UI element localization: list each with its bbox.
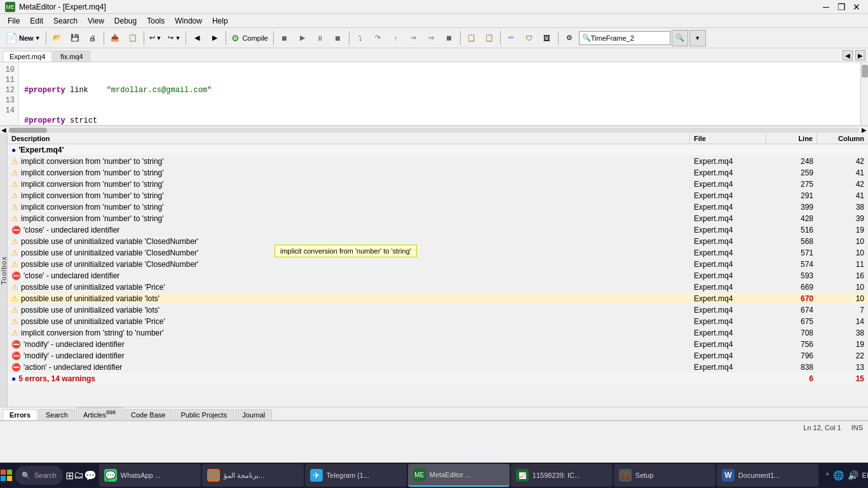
search-input[interactable] — [591, 34, 667, 42]
menu-window[interactable]: Window — [170, 15, 207, 27]
tab-codebase[interactable]: Code Base — [124, 409, 172, 420]
redo-button[interactable]: ↪ ▼ — [165, 30, 183, 46]
clipboard-button[interactable]: 📋 — [481, 30, 498, 46]
taskbar-app-setup[interactable]: 💼 Setup — [614, 464, 715, 487]
pause-button[interactable]: ⏸ — [312, 30, 329, 46]
search-execute-button[interactable]: 🔍 — [672, 30, 688, 46]
start-button[interactable]: ⏹ — [276, 30, 293, 46]
editor-vscrollbar[interactable] — [860, 62, 868, 125]
table-row[interactable]: ⚠implicit conversion from 'number' to 's… — [8, 179, 868, 190]
table-row[interactable]: ⛔'close' - undeclared identifier Expert.… — [8, 224, 868, 236]
minimize-button[interactable]: ─ — [820, 1, 832, 13]
table-row[interactable]: ⚠implicit conversion from 'number' to 's… — [8, 201, 868, 213]
tab-fix[interactable]: fix.mq4 — [53, 51, 90, 62]
new-button[interactable]: 📄 New ▼ — [3, 30, 43, 46]
taskbar-app-browser[interactable]: 🌐 برنامجة المؤ... — [202, 464, 304, 487]
table-row[interactable]: ⚠possible use of uninitialized variable … — [8, 236, 868, 247]
table-row[interactable]: ⚠possible use of uninitialized variable … — [8, 247, 868, 259]
table-row[interactable]: ⚠possible use of uninitialized variable … — [8, 259, 868, 270]
taskbar-app-metaeditor[interactable]: ME MetaEditor ... — [408, 464, 510, 487]
restore-button[interactable]: ❐ — [835, 1, 848, 13]
run-button[interactable]: ▶ — [294, 30, 311, 46]
redo-dropdown-icon[interactable]: ▼ — [175, 35, 180, 41]
publish2-button[interactable]: 📋 — [125, 30, 141, 46]
tab-errors[interactable]: Errors — [3, 409, 37, 420]
continue-button[interactable]: ⇒ — [405, 30, 422, 46]
table-row[interactable]: ⚠implicit conversion from 'number' to 's… — [8, 167, 868, 179]
tab-expert[interactable]: Expert.mq4 — [3, 51, 52, 62]
editor-hscroll-thumb[interactable] — [9, 128, 47, 133]
tab-journal[interactable]: Journal — [235, 409, 272, 420]
volume-icon[interactable]: 🔊 — [848, 470, 858, 480]
step-over-button[interactable]: ↷ — [370, 30, 386, 46]
table-row[interactable]: ⚠implicit conversion from 'string' to 'n… — [8, 327, 868, 339]
search-box[interactable]: 🔍 — [579, 31, 670, 45]
taskbar-app-mt4[interactable]: 📈 11598239: IC... — [511, 464, 613, 487]
editor-hscrollbar[interactable]: ◀ ▶ — [0, 126, 868, 133]
undo-button[interactable]: ↩ ▼ — [147, 30, 165, 46]
break-button[interactable]: ◼ — [441, 30, 458, 46]
table-row[interactable]: ⛔'modify' - undeclared identifier Expert… — [8, 339, 868, 350]
settings-button[interactable]: ⚙ — [561, 30, 578, 46]
compile-button[interactable]: ⚙ Compile — [229, 30, 270, 46]
publish-button[interactable]: 📤 — [107, 30, 123, 46]
taskbar-search[interactable]: 🔍 Search — [15, 466, 63, 485]
image-button[interactable]: 🖼 — [539, 30, 555, 46]
taskbar-app-telegram[interactable]: ✈ Telegram (1... — [305, 464, 407, 487]
taskbar-app-word[interactable]: W Document1... — [717, 464, 818, 487]
step-into-button[interactable]: ⤵ — [352, 30, 369, 46]
menu-tools[interactable]: Tools — [142, 15, 170, 27]
table-row[interactable]: ⛔'action' - undeclared identifier Expert… — [8, 362, 868, 373]
undo-dropdown-icon[interactable]: ▼ — [156, 35, 162, 41]
back-button[interactable]: ◀ — [189, 30, 205, 46]
results-scroll[interactable]: ● 'Expert.mq4' ⚠implicit conversion from… — [8, 144, 868, 407]
menu-edit[interactable]: Edit — [25, 15, 48, 27]
run-to-button[interactable]: ⇒ — [423, 30, 440, 46]
shield-button[interactable]: 🛡 — [521, 30, 538, 46]
table-row[interactable]: ⚠implicit conversion from 'number' to 's… — [8, 156, 868, 167]
close-button[interactable]: ✕ — [850, 1, 863, 13]
tab-scroll-right[interactable]: ▶ — [855, 50, 865, 60]
table-row[interactable]: ⚠possible use of uninitialized variable … — [8, 304, 868, 316]
chevron-icon[interactable]: ^ — [826, 472, 829, 479]
open-button[interactable]: 📂 — [49, 30, 65, 46]
step-out-button[interactable]: ↑ — [388, 30, 404, 46]
table-row[interactable]: ⚠possible use of uninitialized variable … — [8, 293, 868, 304]
toolbox-panel[interactable]: Toolbox — [0, 133, 8, 407]
table-row[interactable]: ⚠possible use of uninitialized variable … — [8, 281, 868, 293]
taskbar-app-whatsapp[interactable]: 💬 WhatsApp ... — [99, 464, 201, 487]
code-editor[interactable]: 10 11 12 13 14 #property link "mrdollar.… — [0, 62, 868, 126]
bookmark-button[interactable]: ✏ — [503, 30, 520, 46]
menu-file[interactable]: File — [3, 15, 25, 27]
stop-button[interactable]: ⏹ — [330, 30, 346, 46]
table-row[interactable]: ⛔'modify' - undeclared identifier Expert… — [8, 350, 868, 362]
tab-publicprojects[interactable]: Public Projects — [173, 409, 234, 420]
forward-button[interactable]: ▶ — [207, 30, 223, 46]
menu-debug[interactable]: Debug — [109, 15, 142, 27]
start-menu-button[interactable] — [0, 463, 13, 488]
widgets-button[interactable]: 🗂 — [74, 463, 84, 488]
error-icon: ⛔ — [11, 226, 21, 234]
task-view-button[interactable]: ⊞ — [65, 463, 74, 488]
tab-search[interactable]: Search — [39, 409, 75, 420]
network-icon[interactable]: 🌐 — [833, 470, 844, 480]
table-row[interactable]: ⚠implicit conversion from 'number' to 's… — [8, 213, 868, 224]
menu-search[interactable]: Search — [48, 15, 83, 27]
code-area[interactable]: #property link "mrdollar.cs@gmail.com" #… — [19, 62, 868, 125]
separator-3 — [144, 31, 144, 45]
chat-button[interactable]: 💬 — [84, 463, 97, 488]
editor-hscroll-track[interactable] — [9, 128, 859, 133]
table-row[interactable]: ⛔'close' - undeclared identifier Expert.… — [8, 270, 868, 281]
tab-articles[interactable]: Articles998 — [76, 407, 123, 420]
tab-scroll-left[interactable]: ◀ — [843, 50, 853, 60]
save-button[interactable]: 💾 — [67, 30, 83, 46]
menu-help[interactable]: Help — [207, 15, 233, 27]
menu-view[interactable]: View — [83, 15, 109, 27]
table-row[interactable]: ⚠implicit conversion from 'number' to 's… — [8, 190, 868, 201]
print-button[interactable]: 🖨 — [85, 30, 101, 46]
table-row[interactable]: ⚠possible use of uninitialized variable … — [8, 316, 868, 327]
copy2-button[interactable]: 📋 — [463, 30, 480, 46]
row-group-desc: ● 'Expert.mq4' — [8, 145, 690, 155]
search-options-button[interactable]: ▼ — [689, 30, 706, 46]
new-dropdown-icon[interactable]: ▼ — [35, 35, 41, 41]
